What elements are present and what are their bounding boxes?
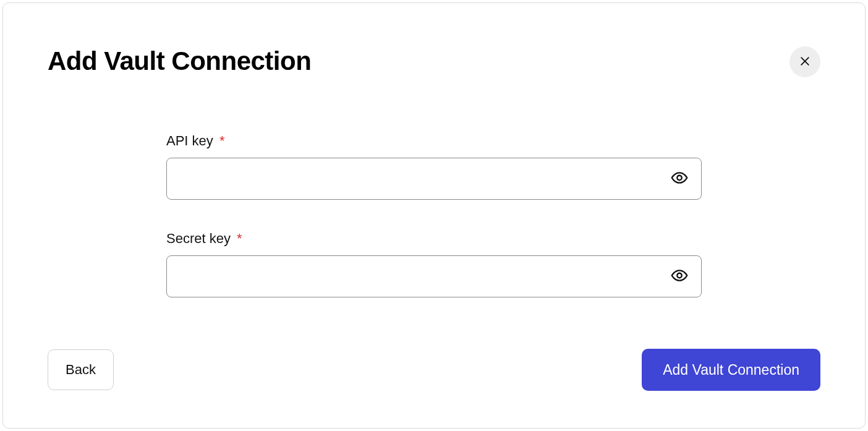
api-key-label-text: API key bbox=[166, 133, 213, 148]
add-vault-connection-modal: Add Vault Connection API key * bbox=[2, 2, 866, 429]
required-indicator: * bbox=[219, 133, 225, 148]
add-vault-connection-button[interactable]: Add Vault Connection bbox=[642, 349, 820, 391]
api-key-visibility-toggle[interactable] bbox=[667, 166, 692, 192]
api-key-field-group: API key * bbox=[166, 133, 702, 200]
secret-key-visibility-toggle[interactable] bbox=[667, 263, 692, 290]
eye-icon bbox=[671, 267, 688, 286]
svg-point-2 bbox=[677, 176, 681, 180]
secret-key-field-group: Secret key * bbox=[166, 231, 702, 297]
close-icon bbox=[799, 55, 811, 69]
api-key-input-wrap bbox=[166, 158, 702, 200]
svg-point-3 bbox=[677, 273, 681, 278]
secret-key-label-text: Secret key bbox=[166, 231, 231, 246]
back-button[interactable]: Back bbox=[48, 349, 114, 390]
eye-icon bbox=[671, 169, 688, 189]
required-indicator: * bbox=[237, 231, 242, 246]
secret-key-label: Secret key * bbox=[166, 231, 702, 247]
modal-header: Add Vault Connection bbox=[48, 46, 820, 77]
api-key-input[interactable] bbox=[166, 158, 702, 200]
form-area: API key * Secret key * bbox=[48, 133, 820, 297]
modal-footer: Back Add Vault Connection bbox=[48, 349, 820, 391]
modal-title: Add Vault Connection bbox=[48, 46, 311, 76]
close-button[interactable] bbox=[789, 46, 820, 77]
secret-key-input[interactable] bbox=[166, 255, 702, 297]
api-key-label: API key * bbox=[166, 133, 702, 149]
secret-key-input-wrap bbox=[166, 255, 702, 297]
